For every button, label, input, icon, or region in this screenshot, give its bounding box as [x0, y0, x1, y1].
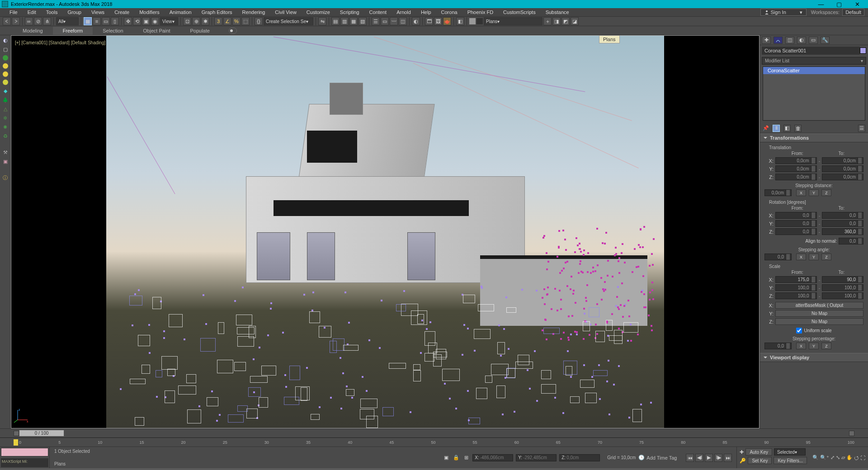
scale-y-to[interactable]: 100,0	[822, 284, 863, 291]
rollout-transformations[interactable]: Transformations	[760, 133, 868, 142]
add-time-tag[interactable]: 🕓Add Time Tag	[638, 455, 677, 461]
stepping-distance-input[interactable]: 0,0cm	[764, 189, 792, 196]
curve-editor-button[interactable]: 〰	[390, 17, 398, 25]
layer-new-button[interactable]: ＋	[543, 17, 552, 25]
yellow-light-icon[interactable]	[3, 63, 8, 69]
stepdist-z[interactable]: Z	[821, 189, 831, 196]
auto-key-button[interactable]: Auto Key	[745, 448, 772, 456]
render-setup-button[interactable]: 🗔	[425, 17, 433, 25]
select-by-name-button[interactable]: ≡	[93, 17, 101, 25]
render-frame-button[interactable]: 🖼	[434, 17, 442, 25]
stepping-angle-input[interactable]: 0,0	[764, 254, 792, 260]
viewport[interactable]: [+] [Camera001] [Standard] [Default Shad…	[11, 35, 760, 428]
steppct-y[interactable]: Y	[809, 343, 819, 349]
coord-z[interactable]: Z:0,0cm	[559, 454, 600, 461]
menu-animation[interactable]: Animation	[165, 9, 197, 16]
time-marker-icon[interactable]	[14, 439, 18, 446]
menu-corona[interactable]: Corona	[436, 9, 462, 16]
schematic-button[interactable]: ◫	[399, 17, 407, 25]
ribbon-objectpaint[interactable]: Object Paint	[133, 27, 180, 35]
scale-z-map[interactable]: No Map	[775, 318, 863, 325]
edit-named-sel-button[interactable]: {}	[255, 17, 263, 25]
coord-y[interactable]: Y:-292,485cm	[516, 454, 557, 461]
snap-toggle-3-button[interactable]: 3	[214, 17, 222, 25]
align-normal-input[interactable]: 0,0	[839, 238, 863, 244]
light-icon[interactable]	[3, 80, 8, 85]
menu-arnold[interactable]: Arnold	[392, 9, 416, 16]
ribbon-modeling[interactable]: Modeling	[13, 27, 53, 35]
menu-customscripts[interactable]: CustomScripts	[498, 9, 541, 16]
timeslider-right-arrow[interactable]	[849, 431, 854, 436]
max-toggle-button[interactable]: ⛶	[860, 455, 865, 461]
play-button[interactable]: ▶	[705, 454, 713, 462]
set-key-icon[interactable]: 🔑	[740, 458, 746, 464]
menu-group[interactable]: Group	[62, 9, 86, 16]
trans-z-from[interactable]: 0,0cm	[775, 174, 817, 180]
bind-button[interactable]: ⋔	[43, 17, 51, 25]
zoom-button[interactable]: 🔍	[812, 455, 819, 461]
remove-modifier-icon[interactable]: 🗑	[794, 125, 802, 132]
percent-snap-button[interactable]: %	[232, 17, 241, 25]
hammer-icon[interactable]: ⚒	[2, 149, 9, 155]
modifier-coronascatter[interactable]: CoronaScatter	[763, 67, 865, 74]
material-editor-button[interactable]: ◐	[412, 17, 420, 25]
menu-phoenixfd[interactable]: Phoenix FD	[462, 9, 498, 16]
select-object-button[interactable]: ▦	[84, 17, 92, 25]
green-light-icon[interactable]	[3, 55, 8, 61]
timeslider-handle[interactable]: 0 / 100	[19, 430, 64, 437]
trans-x-to[interactable]: 0,0cm	[822, 157, 863, 164]
spinner-snap-button[interactable]: ⬚	[241, 17, 250, 25]
trans-z-to[interactable]: 0,0cm	[822, 174, 863, 180]
layer-set-button[interactable]: ◪	[571, 17, 579, 25]
rect-region-button[interactable]: ▭	[102, 17, 110, 25]
modify-tab-icon[interactable]	[774, 37, 783, 44]
scale-y-map[interactable]: No Map	[775, 310, 863, 317]
menu-create[interactable]: Create	[109, 9, 134, 16]
time-slider[interactable]: 0 / 100	[0, 428, 868, 437]
rot-x-from[interactable]: 0,0	[775, 212, 817, 219]
modifier-list-dropdown[interactable]: Modifier List▾	[762, 57, 866, 65]
layer-explorer-button[interactable]: ☰	[372, 17, 380, 25]
stepdist-x[interactable]: X	[796, 189, 806, 196]
yellow-light-2-icon[interactable]	[3, 71, 8, 77]
object-color-swatch[interactable]	[860, 47, 866, 54]
isolate-toggle-icon[interactable]: ▣	[443, 454, 450, 461]
select-place-button[interactable]: ◉	[151, 17, 159, 25]
zoom-extents-all-button[interactable]: ⤡	[836, 455, 840, 461]
tree-icon[interactable]: 🌲	[2, 97, 9, 103]
transform-type-in-icon[interactable]: ⊞	[462, 454, 470, 461]
scale-y-from[interactable]: 100,0	[775, 284, 817, 291]
timeslider-left-arrow[interactable]	[14, 431, 19, 436]
maxscript-mini-listener[interactable]: MAXScript Mi:	[1, 458, 48, 468]
create-tab-icon[interactable]: ✚	[762, 37, 771, 44]
modifier-stack[interactable]: CoronaScatter	[763, 66, 865, 121]
menu-substance[interactable]: Substance	[541, 9, 574, 16]
key-mode-toggle[interactable]: ✚	[740, 449, 744, 455]
time-ruler[interactable]: 0510152025303540455055606570758085909510…	[0, 437, 868, 446]
pin-stack-icon[interactable]: 📌	[763, 125, 769, 132]
menu-scripting[interactable]: Scripting	[335, 9, 364, 16]
recycle-icon[interactable]: ♻	[2, 133, 9, 139]
layer-dropdown[interactable]: Plans ▾	[484, 17, 542, 25]
key-set-dropdown[interactable]: Selected ▾	[774, 448, 806, 456]
menu-modifiers[interactable]: Modifiers	[134, 9, 165, 16]
workspace-dropdown[interactable]: Default	[842, 9, 864, 16]
trans-y-from[interactable]: 0,0cm	[775, 165, 817, 172]
stepdist-y[interactable]: Y	[809, 189, 819, 196]
orbit-button[interactable]: ⭯	[854, 455, 859, 461]
menu-help[interactable]: Help	[416, 9, 436, 16]
triangle-icon[interactable]: △	[2, 106, 9, 112]
close-button[interactable]: ✕	[848, 1, 866, 8]
redo-button[interactable]	[12, 17, 20, 25]
trans-x-from[interactable]: 0,0cm	[775, 157, 817, 164]
align-quick-button[interactable]: ▥	[340, 17, 349, 25]
set-key-button[interactable]: Set Key	[748, 457, 772, 464]
show-end-result-icon[interactable]: Ⅱ	[773, 125, 780, 132]
scale-z-to[interactable]: 100,0	[822, 292, 863, 299]
window-crossing-button[interactable]: ▯	[111, 17, 119, 25]
scale-x-from[interactable]: 175,0	[775, 276, 817, 283]
render-production-button[interactable]: 🫖	[443, 17, 451, 25]
configure-sets-icon[interactable]: ☰	[858, 125, 865, 132]
select-rotate-button[interactable]: ⟲	[133, 17, 141, 25]
motion-tab-icon[interactable]: ◐	[797, 37, 806, 44]
